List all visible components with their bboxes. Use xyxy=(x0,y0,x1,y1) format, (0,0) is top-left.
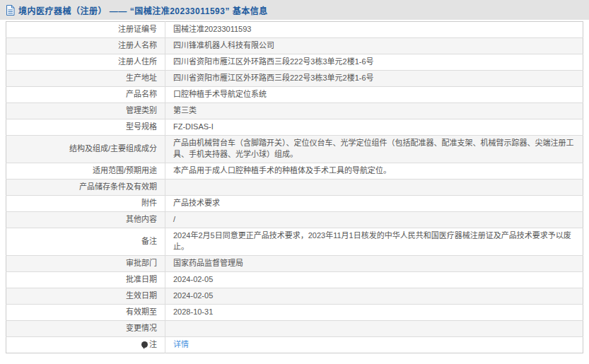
row-value: 第三类 xyxy=(165,103,583,119)
row-value: 本产品用于成人口腔种植手术的种植体及手术工具的导航定位。 xyxy=(165,163,583,179)
table-row-note: 注 详情 xyxy=(6,336,583,353)
row-value: 口腔种植手术导航定位系统 xyxy=(165,87,583,103)
row-label: 产品名称 xyxy=(6,87,165,103)
row-value: 详情 xyxy=(165,336,583,353)
row-label: 注册证编号 xyxy=(6,22,165,38)
details-link[interactable]: 详情 xyxy=(173,340,189,348)
row-value xyxy=(165,179,583,195)
row-value xyxy=(165,320,583,336)
table-row-remarks: 备注 2024年2月5日同意更正产品技术要求，2023年11月1日核发的中华人民… xyxy=(6,228,583,255)
row-value: 产品技术要求 xyxy=(165,195,583,211)
row-value: 国家药品监督管理局 xyxy=(165,255,583,271)
row-label: 生效日期 xyxy=(6,288,165,304)
row-value: 四川锋准机器人科技有限公司 xyxy=(165,38,583,54)
table-row-composition: 结构及组成/主要组成成分 产品由机械臂台车（含脚踏开关）、定位仪台车、光学定位组… xyxy=(6,136,583,163)
row-label: 附件 xyxy=(6,195,165,211)
row-label: 生产地址 xyxy=(6,71,165,87)
row-label: 注册人名称 xyxy=(6,38,165,54)
row-label: 有效期至 xyxy=(6,304,165,320)
table-row-approval-department: 审批部门 国家药品监督管理局 xyxy=(6,255,583,271)
row-label-text: 注 xyxy=(149,340,157,348)
page: 境内医疗器械（注册） —— “国械注准20233011593” 基本信息 注册证… xyxy=(0,0,589,364)
table-row-expiry-date: 有效期至 2028-10-31 xyxy=(6,304,583,320)
table-row-management-class: 管理类别 第三类 xyxy=(6,103,583,119)
row-value: 国械注准20233011593 xyxy=(165,22,583,38)
table-row-product-name: 产品名称 口腔种植手术导航定位系统 xyxy=(6,87,583,103)
row-label: 管理类别 xyxy=(6,103,165,119)
row-label: 变更情况 xyxy=(6,320,165,336)
note-icon xyxy=(141,341,148,348)
document-icon xyxy=(6,5,15,16)
row-label: 批准日期 xyxy=(6,271,165,288)
table-row-change-status: 变更情况 xyxy=(6,320,583,336)
row-value: 2024-02-05 xyxy=(165,271,583,288)
table-row-registration-number: 注册证编号 国械注准20233011593 xyxy=(6,22,583,38)
row-label: 结构及组成/主要组成成分 xyxy=(6,136,165,163)
row-value: 2024-02-05 xyxy=(165,288,583,304)
row-label: 注 xyxy=(6,336,165,353)
table-row-intended-use: 适用范围/预期用途 本产品用于成人口腔种植手术的种植体及手术工具的导航定位。 xyxy=(6,163,583,179)
info-table: 注册证编号 国械注准20233011593 注册人名称 四川锋准机器人科技有限公… xyxy=(6,21,583,353)
row-value: 四川省资阳市雁江区外环路西三段222号3栋3单元2楼1-6号 xyxy=(165,71,583,87)
row-label: 其他内容 xyxy=(6,211,165,228)
row-label: 型号规格 xyxy=(6,119,165,136)
row-value: FZ-DISAS-I xyxy=(165,119,583,136)
table-row-registrant-address: 注册人住所 四川省资阳市雁江区外环路西三段222号3栋3单元2楼1-6号 xyxy=(6,54,583,71)
row-value: 2024年2月5日同意更正产品技术要求，2023年11月1日核发的中华人民共和国… xyxy=(165,228,583,255)
row-label: 产品储存条件及有效期 xyxy=(6,179,165,195)
row-label: 注册人住所 xyxy=(6,54,165,71)
row-label: 备注 xyxy=(6,228,165,255)
row-value: 四川省资阳市雁江区外环路西三段222号3栋3单元2楼1-6号 xyxy=(165,54,583,71)
table-wrap: 注册证编号 国械注准20233011593 注册人名称 四川锋准机器人科技有限公… xyxy=(6,21,583,353)
row-value: / xyxy=(165,211,583,228)
table-row-production-address: 生产地址 四川省资阳市雁江区外环路西三段222号3栋3单元2楼1-6号 xyxy=(6,71,583,87)
row-label: 适用范围/预期用途 xyxy=(6,163,165,179)
row-value: 产品由机械臂台车（含脚踏开关）、定位仪台车、光学定位组件（包括配准器、配准支架、… xyxy=(165,136,583,163)
table-row-effective-date: 生效日期 2024-02-05 xyxy=(6,288,583,304)
table-row-approval-date: 批准日期 2024-02-05 xyxy=(6,271,583,288)
row-value: 2028-10-31 xyxy=(165,304,583,320)
row-label: 审批部门 xyxy=(6,255,165,271)
table-row-other-content: 其他内容 / xyxy=(6,211,583,228)
table-row-registrant-name: 注册人名称 四川锋准机器人科技有限公司 xyxy=(6,38,583,54)
page-title: 境内医疗器械（注册） —— “国械注准20233011593” 基本信息 xyxy=(18,4,268,16)
table-row-storage-conditions: 产品储存条件及有效期 xyxy=(6,179,583,195)
table-row-attachment: 附件 产品技术要求 xyxy=(6,195,583,211)
table-row-model-spec: 型号规格 FZ-DISAS-I xyxy=(6,119,583,136)
page-header: 境内医疗器械（注册） —— “国械注准20233011593” 基本信息 xyxy=(0,0,589,20)
